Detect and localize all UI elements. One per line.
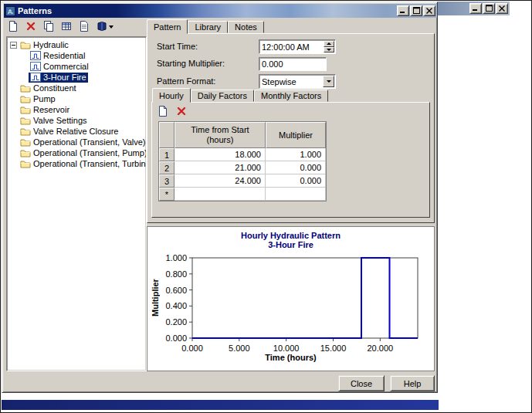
folder-icon	[20, 83, 31, 93]
minimize-button[interactable]	[397, 5, 409, 16]
chart-x-axis-label: Time (hours)	[147, 353, 434, 362]
svg-text:10.000: 10.000	[273, 344, 300, 352]
background-window-titlebar	[438, 2, 510, 15]
grid-body: 118.0001.000221.0000.000324.0000.000*	[159, 148, 326, 201]
grid-cell-multiplier[interactable]: 0.000	[266, 174, 326, 188]
tree-item-operational-transient-valve[interactable]: Operational (Transient, Valve)	[19, 137, 147, 147]
tree-item-label: Operational (Transient, Turbine)	[33, 159, 147, 168]
grid-cell-multiplier[interactable]	[266, 188, 326, 201]
tree-item-residential[interactable]: Residential	[29, 51, 86, 61]
spinner-up-button[interactable]	[324, 41, 334, 47]
close-dialog-button[interactable]: Close	[338, 375, 385, 391]
spinner-down-button[interactable]	[324, 47, 334, 53]
tree-item-constituent[interactable]: Constituent	[19, 83, 78, 93]
tree-item-valve-relative-closure[interactable]: Valve Relative Closure	[19, 127, 120, 137]
starting-multiplier-label: Starting Multiplier:	[157, 59, 225, 68]
delete-pattern-button[interactable]	[23, 19, 39, 35]
pattern-format-combobox[interactable]: Stepwise	[259, 74, 336, 89]
tree-item-label: Residential	[43, 51, 85, 60]
tree-item-pump[interactable]: Pump	[19, 94, 57, 104]
folder-icon	[20, 116, 31, 125]
starting-multiplier-input[interactable]	[259, 58, 326, 70]
delete-row-button[interactable]	[174, 104, 189, 120]
pattern-icon	[30, 73, 41, 82]
tree-item-commercial[interactable]: Commercial	[29, 62, 90, 72]
grid-cell-time[interactable]: 24.000	[175, 174, 266, 188]
arrow-up-icon	[327, 42, 331, 45]
pattern-icon	[30, 62, 41, 71]
svg-text:1.000: 1.000	[165, 253, 187, 262]
folder-icon	[20, 148, 31, 157]
tab-notes[interactable]: Notes	[228, 21, 264, 33]
grid-cell-multiplier[interactable]: 1.000	[266, 148, 326, 161]
duplicate-pattern-button[interactable]	[41, 19, 56, 35]
grid-row-header[interactable]: *	[159, 188, 175, 201]
close-button[interactable]	[423, 5, 435, 16]
grid-col-time-header[interactable]: Time from Start (hours)	[175, 122, 266, 148]
tab-daily-factors[interactable]: Daily Factors	[191, 90, 254, 102]
screen: Patterns	[0, 0, 532, 413]
grid-row-header[interactable]: 2	[159, 161, 175, 174]
close-icon	[426, 6, 432, 15]
tree-item-operational-transient-turbine[interactable]: Operational (Transient, Turbine)	[19, 159, 147, 169]
bg-minimize-button[interactable]	[469, 3, 482, 14]
tree-item-reservoir[interactable]: Reservoir	[19, 105, 71, 115]
tree-item-label: Operational (Transient, Pump)	[33, 148, 147, 157]
grid-row-header[interactable]: 3	[159, 174, 175, 188]
svg-text:15.000: 15.000	[320, 344, 347, 352]
svg-text:0.200: 0.200	[165, 317, 187, 327]
tab-library[interactable]: Library	[188, 21, 228, 33]
grid-row-header[interactable]: 1	[159, 148, 175, 161]
tree-item-label: Valve Settings	[33, 116, 87, 125]
tab-monthly-factors[interactable]: Monthly Factors	[254, 90, 328, 102]
svg-text:0.400: 0.400	[165, 301, 187, 310]
help-button[interactable]: Help	[390, 375, 435, 391]
folder-icon	[20, 40, 31, 49]
taskbar-strip	[2, 400, 439, 410]
multiplier-grid: Time from Start (hours) Multiplier 118.0…	[158, 121, 327, 201]
tree-item-3-hour-fire[interactable]: 3-Hour Fire	[29, 73, 88, 83]
main-tabstrip: Pattern Library Notes	[147, 19, 264, 34]
grid-col-multiplier-header[interactable]: Multiplier	[266, 122, 326, 148]
grid-cell-multiplier[interactable]: 0.000	[266, 161, 326, 174]
combo-dropdown-button[interactable]	[323, 76, 334, 87]
tab-hourly[interactable]: Hourly	[152, 88, 191, 103]
new-icon	[7, 20, 19, 34]
tree-item-label: Reservoir	[33, 105, 69, 114]
starting-multiplier-field	[259, 57, 327, 71]
tree-item-label: Pump	[33, 94, 56, 103]
patterns-dialog: Patterns	[2, 2, 438, 393]
tree-item-label: Commercial	[43, 62, 89, 71]
table-icon	[60, 20, 73, 34]
grid-cell-time[interactable]: 21.000	[175, 161, 266, 174]
grid-corner-header	[159, 122, 175, 148]
table-button[interactable]	[59, 19, 74, 35]
minimize-icon	[473, 4, 479, 13]
folder-icon	[20, 94, 31, 103]
maximize-button[interactable]	[410, 5, 422, 16]
new-pattern-button[interactable]	[5, 19, 21, 35]
window-controls	[397, 5, 435, 16]
sync-options-dropdown[interactable]	[94, 19, 116, 35]
add-row-button[interactable]	[155, 104, 171, 120]
grid-header-row: Time from Start (hours) Multiplier	[159, 122, 326, 148]
grid-cell-time[interactable]: 18.000	[175, 148, 266, 161]
tree-item-label: Valve Relative Closure	[33, 127, 118, 136]
tree-item-hydraulic[interactable]: Hydraulic	[19, 40, 70, 50]
start-time-input[interactable]	[259, 40, 324, 53]
dialog-title: Patterns	[18, 6, 52, 15]
tab-pattern[interactable]: Pattern	[147, 19, 188, 34]
bg-close-button[interactable]	[496, 3, 508, 14]
tree-expander-icon[interactable]	[8, 42, 19, 49]
tree-item-operational-transient-pump[interactable]: Operational (Transient, Pump)	[19, 148, 147, 158]
grid-cell-time[interactable]	[175, 188, 266, 201]
report-button[interactable]	[76, 19, 92, 35]
delete-icon	[175, 105, 188, 119]
pattern-icon	[30, 51, 41, 60]
tree-item-valve-settings[interactable]: Valve Settings	[19, 116, 89, 126]
patterns-app-icon	[5, 6, 15, 16]
svg-text:0.000: 0.000	[181, 344, 203, 352]
bg-maximize-button[interactable]	[483, 3, 495, 14]
start-time-field	[259, 39, 336, 54]
dialog-titlebar[interactable]: Patterns	[4, 4, 437, 18]
